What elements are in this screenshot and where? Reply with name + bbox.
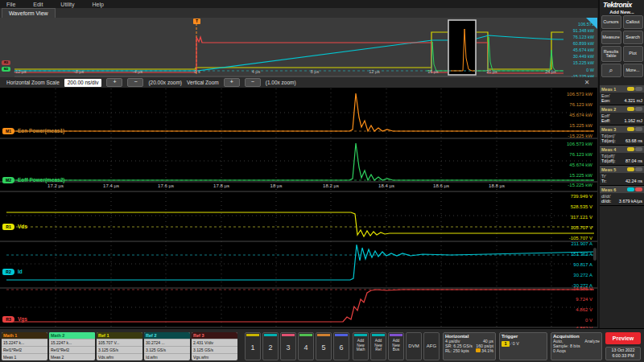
scale-label: 15.225 kW	[569, 123, 592, 128]
badge-line: 3.125 GS/s	[192, 346, 237, 353]
meas-item[interactable]: Meas 2Eoff'Eoff:1.162 mJ	[600, 105, 644, 125]
add-new-bus-button[interactable]: AddNewBus	[388, 332, 404, 360]
menu-help[interactable]: Help	[92, 2, 103, 7]
cursors-button[interactable]: Cursors	[601, 15, 621, 29]
channel-4-button[interactable]: 4	[298, 332, 314, 360]
v-zoom-factor: (1.00x zoom)	[266, 80, 296, 85]
channel-6-button[interactable]: 6	[333, 332, 349, 360]
zoomed-waveforms[interactable]: 106.573 kW76.123 kW45.674 kW15.225 kW-15…	[0, 88, 597, 328]
overview-badge-r3[interactable]: R3	[2, 60, 10, 65]
channel-5-button[interactable]: 5	[316, 332, 332, 360]
channel-badge-r2[interactable]: R2	[2, 269, 14, 275]
zoom-x-tick: 18.6 µs	[433, 183, 449, 188]
meas-item[interactable]: Meas 6dI/dt'dI/dt:3.679 kA/µs	[600, 186, 644, 206]
meas-item[interactable]: Meas 3Td(on)'Td(on):63.68 ns	[600, 125, 644, 146]
meas-title: Meas 5	[601, 167, 626, 172]
zoom-x-tick: 17.6 µs	[158, 183, 174, 188]
record-percent: 34.1%	[481, 348, 493, 353]
channel-2-button[interactable]: 2	[262, 332, 279, 360]
badge-math2[interactable]: Math 215.2247 k...Ref1*Ref2Meas 2	[49, 332, 95, 360]
channel-badge-m2[interactable]: M2	[2, 177, 14, 183]
channel-number: 5	[316, 337, 331, 358]
preview-button[interactable]: Preview	[605, 332, 641, 344]
channel-label-m1[interactable]: Eon Power(meas1)	[18, 128, 64, 134]
v-zoom-minus-button[interactable]: −	[245, 78, 261, 87]
menu-file[interactable]: File	[6, 2, 15, 7]
badge-title: Ref 3	[192, 332, 237, 339]
more-button[interactable]: More...	[623, 64, 643, 77]
horizontal-panel[interactable]: Horizontal 4 µs/div40 µs SR: 6.25 GS/s16…	[443, 332, 496, 360]
v-zoom-plus-button[interactable]: +	[224, 78, 240, 87]
meas-item[interactable]: Meas 5Tr'Tr:42.24 ns	[600, 166, 644, 186]
channel-1-button[interactable]: 1	[245, 332, 261, 360]
channel-3-button[interactable]: 3	[280, 332, 296, 360]
badge-line: Id.wfm	[144, 353, 190, 360]
h-zoom-minus-button[interactable]: −	[127, 78, 143, 87]
channel-label-r2[interactable]: Id	[18, 269, 23, 274]
channel-number: 2	[263, 337, 278, 358]
channel-badge-r1[interactable]: R1	[2, 224, 14, 230]
badge-ref3[interactable]: Ref 32.431 V/div3.125 GS/sVgs.wfm	[192, 332, 237, 360]
channel-label-m2[interactable]: Eoff Power(meas2)	[18, 177, 65, 183]
close-zoom-icon[interactable]: ✕	[581, 78, 592, 87]
meas-name: dI/dt'	[600, 193, 644, 199]
channel-badge-m1[interactable]: M1	[2, 128, 14, 134]
badge-math1[interactable]: Math 115.2247 k...Ref1*Ref2Meas 1	[2, 332, 47, 360]
results-table-button[interactable]: Results Table	[601, 46, 621, 62]
search-button[interactable]: Search	[623, 31, 643, 44]
meas-item[interactable]: Meas 1Eon'Eon:4.321 mJ	[600, 85, 644, 105]
channel-badge-r3[interactable]: R3	[2, 316, 14, 323]
plot-button[interactable]: Plot	[623, 46, 643, 62]
meas-key: Td(off):	[601, 158, 616, 163]
meas-source-chip	[627, 187, 634, 191]
zoom-controls-bar: Horizontal Zoom Scale 200.00 ns/div + − …	[0, 77, 597, 88]
badge-title: Math 1	[2, 332, 47, 339]
channel-number: 1	[246, 337, 260, 358]
dvm-button[interactable]: DVM	[406, 332, 422, 360]
overview-x-tick: -8 µs	[74, 69, 84, 74]
datetime-display[interactable]: 13 Oct 2022 6:00:33 PM	[605, 347, 641, 360]
scale-label: 76.123 kW	[569, 102, 592, 107]
h-zoom-scale-input[interactable]: 200.00 ns/div	[64, 79, 102, 87]
time-label: 6:00:33 PM	[606, 353, 640, 359]
overview-scale-label: 30.449 kW	[573, 54, 594, 59]
grid	[6, 88, 594, 328]
afg-button[interactable]: AFG	[423, 332, 440, 360]
channel-color-strip	[246, 334, 259, 336]
scale-label: 211.907 A	[571, 241, 592, 246]
overview-scale-label: 60.899 kW	[573, 41, 594, 46]
trigger-marker[interactable]: T	[193, 19, 200, 24]
h-zoom-plus-button[interactable]: +	[106, 78, 122, 87]
channel-label-r3[interactable]: Vgs	[18, 316, 27, 322]
channel-label-r1[interactable]: Vds	[18, 224, 27, 229]
panel-drag-handle[interactable]	[593, 248, 597, 261]
trigger-panel[interactable]: Trigger 1 ∕ 0 V	[499, 332, 547, 360]
badge-ref1[interactable]: Ref 1105.707 V...3.125 GS/sVds.wfm	[97, 332, 142, 360]
add-new-label: Add New...	[600, 10, 644, 14]
acquisition-panel[interactable]: Acquisition Auto,Analyze Sample: 8 bits …	[551, 332, 602, 360]
add-label: AddNewRef	[371, 337, 386, 352]
badge-ref2[interactable]: Ref 230.2724 ...3.125 GS/sId.wfm	[144, 332, 190, 360]
zoom-tool-button[interactable]: ⌕	[601, 64, 621, 77]
overview-badge-m2[interactable]: M2	[2, 67, 10, 72]
meas-source-chip	[627, 87, 634, 91]
tab-waveform-view[interactable]: Waveform View	[2, 8, 56, 18]
meas-title: Meas 2	[601, 107, 626, 112]
zoom-box[interactable]	[448, 20, 476, 75]
channel-color-strip	[317, 334, 330, 336]
badge-line: 3.125 GS/s	[144, 346, 190, 353]
meas-source-chip	[635, 87, 642, 91]
measure-button[interactable]: Measure	[601, 31, 621, 44]
overview-x-tick: 4 µs	[252, 69, 261, 74]
zoom-x-tick: 17.4 µs	[103, 183, 119, 188]
oscilloscope-screen: FileEditUtilityHelp Waveform View T -12 …	[0, 0, 644, 362]
meas-item[interactable]: Meas 4Td(off)'Td(off):87.04 ns	[600, 146, 644, 166]
trigger-title: Trigger	[502, 334, 545, 339]
add-new-math-button[interactable]: AddNewMath	[353, 332, 369, 360]
waveform-overview[interactable]: T -12 µs-8 µs-4 µs0 s4 µs8 µs12 µs16 µs2…	[0, 18, 597, 78]
badge-line: Vgs.wfm	[192, 353, 237, 360]
callout-button[interactable]: Callout	[623, 15, 643, 29]
menu-utility[interactable]: Utility	[60, 2, 74, 7]
add-new-ref-button[interactable]: AddNewRef	[370, 332, 386, 360]
menu-edit[interactable]: Edit	[33, 2, 43, 7]
